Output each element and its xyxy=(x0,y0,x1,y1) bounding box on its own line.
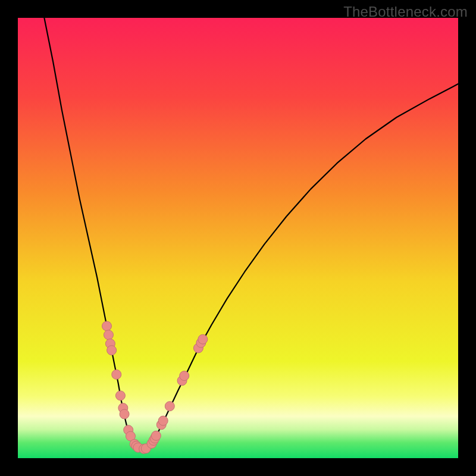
data-marker xyxy=(107,346,117,355)
data-marker xyxy=(151,431,161,440)
watermark-text: TheBottleneck.com xyxy=(343,4,468,20)
data-marker xyxy=(120,409,129,419)
data-marker xyxy=(104,330,113,340)
bottleneck-curve xyxy=(18,18,458,458)
chart-frame: TheBottleneck.com xyxy=(0,0,476,476)
data-marker xyxy=(115,391,125,400)
data-marker xyxy=(198,334,208,344)
data-marker xyxy=(112,369,121,379)
data-marker xyxy=(158,416,168,425)
plot-area xyxy=(18,18,458,458)
data-marker xyxy=(102,321,111,331)
data-marker xyxy=(180,371,189,381)
data-marker xyxy=(165,402,174,411)
